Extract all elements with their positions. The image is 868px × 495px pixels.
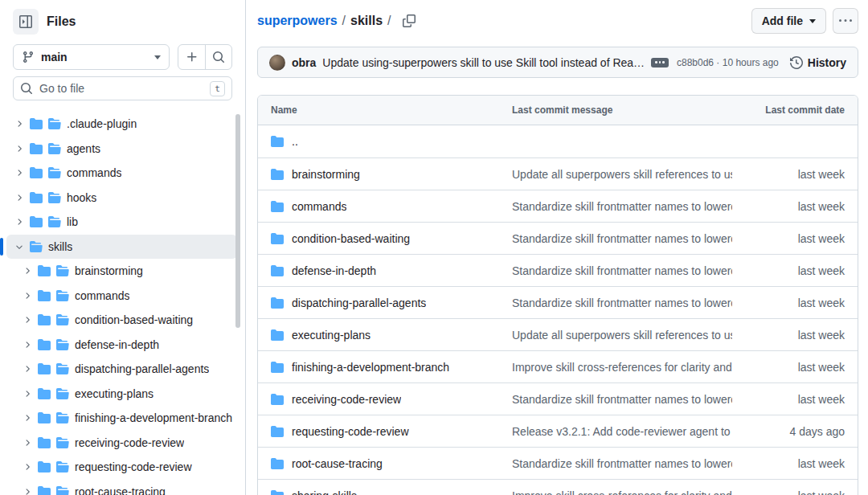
folder-icon: [30, 191, 43, 204]
table-row-executing-plans[interactable]: executing-plans Update all superpowers s…: [258, 318, 858, 350]
commit-message-cell[interactable]: Standardize skill frontmatter names to l…: [512, 297, 732, 309]
tree-item-commands[interactable]: commands: [6, 284, 237, 309]
chevron-right-icon[interactable]: [14, 168, 24, 178]
expand-commit-message-button[interactable]: [651, 58, 669, 68]
tree-item-requesting-code-review[interactable]: requesting-code-review: [6, 455, 237, 480]
commit-time: 10 hours ago: [723, 57, 779, 68]
commit-message-cell[interactable]: Standardize skill frontmatter names to l…: [512, 232, 732, 245]
chevron-right-icon[interactable]: [14, 119, 24, 129]
folder-open-icon: [56, 264, 69, 277]
tree-item-commands[interactable]: commands: [6, 161, 237, 186]
tree-item-claude-plugin[interactable]: .claude-plugin: [6, 112, 237, 137]
copy-path-button[interactable]: [403, 14, 416, 27]
commit-message-cell[interactable]: Standardize skill frontmatter names to l…: [512, 200, 732, 213]
repo-file-browser: Files main Go to file t: [0, 0, 868, 495]
file-table: Name Last commit message Last commit dat…: [257, 95, 858, 495]
commit-author-link[interactable]: obra: [292, 56, 316, 69]
table-row-condition-based-waiting[interactable]: condition-based-waiting Standardize skil…: [258, 222, 858, 254]
folder-icon: [271, 457, 284, 470]
chevron-right-icon[interactable]: [23, 413, 32, 423]
file-name-link[interactable]: sharing-skills: [292, 489, 357, 495]
new-file-button[interactable]: [178, 45, 205, 69]
breadcrumb-repo-link[interactable]: superpowers: [257, 14, 338, 28]
table-row-root-cause-tracing[interactable]: root-cause-tracing Standardize skill fro…: [258, 447, 858, 479]
tree-item-root-cause-tracing[interactable]: root-cause-tracing: [6, 480, 237, 495]
folder-open-icon: [56, 411, 69, 424]
table-row-commands[interactable]: commands Standardize skill frontmatter n…: [258, 190, 858, 222]
file-name-link[interactable]: commands: [292, 200, 346, 213]
table-row-dispatching-parallel-agents[interactable]: dispatching-parallel-agents Standardize …: [258, 286, 858, 318]
commit-message-cell[interactable]: Standardize skill frontmatter names to l…: [512, 457, 732, 470]
table-row-brainstorming[interactable]: brainstorming Update all superpowers ski…: [258, 158, 858, 190]
tree-item-defense-in-depth[interactable]: defense-in-depth: [6, 333, 237, 358]
chevron-right-icon[interactable]: [23, 266, 32, 276]
folder-icon: [271, 489, 284, 495]
chevron-right-icon[interactable]: [23, 364, 32, 374]
chevron-right-icon[interactable]: [23, 462, 32, 472]
sidebar-scrollbar[interactable]: [235, 114, 240, 328]
file-name-link[interactable]: condition-based-waiting: [292, 232, 410, 245]
chevron-right-icon[interactable]: [23, 389, 32, 399]
file-name-link[interactable]: receiving-code-review: [292, 393, 401, 406]
file-name-link[interactable]: brainstorming: [292, 168, 360, 181]
file-name-link[interactable]: defense-in-depth: [292, 264, 376, 277]
chevron-right-icon[interactable]: [23, 315, 32, 325]
tree-item-hooks[interactable]: hooks: [6, 186, 237, 211]
column-header-date: Last commit date: [732, 104, 845, 116]
file-name-link[interactable]: executing-plans: [292, 329, 371, 342]
commit-message-cell[interactable]: Update all superpowers skill references …: [512, 329, 732, 342]
tree-item-agents[interactable]: agents: [6, 137, 237, 162]
history-link[interactable]: History: [790, 56, 846, 69]
search-files-button[interactable]: [205, 45, 231, 69]
tree-item-lib[interactable]: lib: [6, 210, 237, 235]
tree-item-skills[interactable]: skills: [6, 235, 237, 260]
go-to-file-input[interactable]: Go to file t: [13, 76, 232, 100]
chevron-right-icon[interactable]: [23, 291, 32, 301]
tree-item-receiving-code-review[interactable]: receiving-code-review: [6, 431, 237, 456]
commit-date-cell: last week: [732, 329, 845, 342]
collapse-sidebar-button[interactable]: [13, 9, 39, 35]
chevron-right-icon[interactable]: [14, 242, 24, 252]
file-name-link[interactable]: requesting-code-review: [292, 425, 409, 438]
tree-item-executing-plans[interactable]: executing-plans: [6, 382, 237, 407]
folder-icon: [271, 232, 284, 245]
chevron-right-icon[interactable]: [23, 340, 32, 350]
chevron-right-icon[interactable]: [23, 438, 32, 448]
add-file-label: Add file: [762, 14, 803, 27]
main-content: superpowers / skills / Add file ob: [246, 0, 868, 495]
table-row-sharing-skills[interactable]: sharing-skills Improve skill cross-refer…: [258, 479, 858, 495]
file-name-link[interactable]: ..: [292, 135, 298, 148]
file-name-link[interactable]: dispatching-parallel-agents: [292, 297, 426, 309]
tree-item-finishing-a-development-branch[interactable]: finishing-a-development-branch: [6, 406, 237, 431]
tree-item-brainstorming[interactable]: brainstorming: [6, 259, 237, 284]
folder-icon: [271, 135, 284, 148]
commit-sha-and-time[interactable]: c88b0d6 · 10 hours ago: [677, 57, 779, 68]
table-row-finishing-a-development-branch[interactable]: finishing-a-development-branch Improve s…: [258, 350, 858, 382]
tree-item-label: hooks: [67, 191, 96, 204]
tree-item-dispatching-parallel-agents[interactable]: dispatching-parallel-agents: [6, 357, 237, 382]
commit-message-cell[interactable]: Update all superpowers skill references …: [512, 168, 732, 181]
commit-message-cell[interactable]: Improve skill cross-references for clari…: [512, 361, 732, 374]
chevron-right-icon[interactable]: [14, 144, 24, 153]
chevron-right-icon[interactable]: [23, 487, 32, 495]
table-row-receiving-code-review[interactable]: receiving-code-review Standardize skill …: [258, 382, 858, 415]
table-row-requesting-code-review[interactable]: requesting-code-review Release v3.2.1: A…: [258, 415, 858, 447]
main-header: superpowers / skills / Add file: [257, 8, 858, 34]
file-name-link[interactable]: root-cause-tracing: [292, 457, 383, 470]
table-row-parent-dir[interactable]: ..: [258, 125, 858, 158]
add-file-button[interactable]: Add file: [751, 8, 826, 34]
commit-message-cell[interactable]: Improve skill cross-references for clari…: [512, 489, 732, 495]
more-options-button[interactable]: [833, 8, 858, 34]
commit-message-cell[interactable]: Release v3.2.1: Add code-reviewer agent …: [512, 425, 732, 438]
commit-message-cell[interactable]: Standardize skill frontmatter names to l…: [512, 393, 732, 406]
avatar[interactable]: [269, 55, 285, 71]
commit-message-cell[interactable]: Standardize skill frontmatter names to l…: [512, 264, 732, 277]
tree-item-condition-based-waiting[interactable]: condition-based-waiting: [6, 308, 237, 333]
table-row-defense-in-depth[interactable]: defense-in-depth Standardize skill front…: [258, 254, 858, 286]
commit-date-cell: last week: [732, 489, 845, 495]
branch-selector[interactable]: main: [13, 44, 170, 70]
chevron-right-icon[interactable]: [14, 193, 24, 202]
file-name-link[interactable]: finishing-a-development-branch: [292, 361, 449, 374]
commit-message-link[interactable]: Update using-superpowers skill to use Sk…: [322, 56, 645, 69]
chevron-right-icon[interactable]: [14, 217, 24, 227]
